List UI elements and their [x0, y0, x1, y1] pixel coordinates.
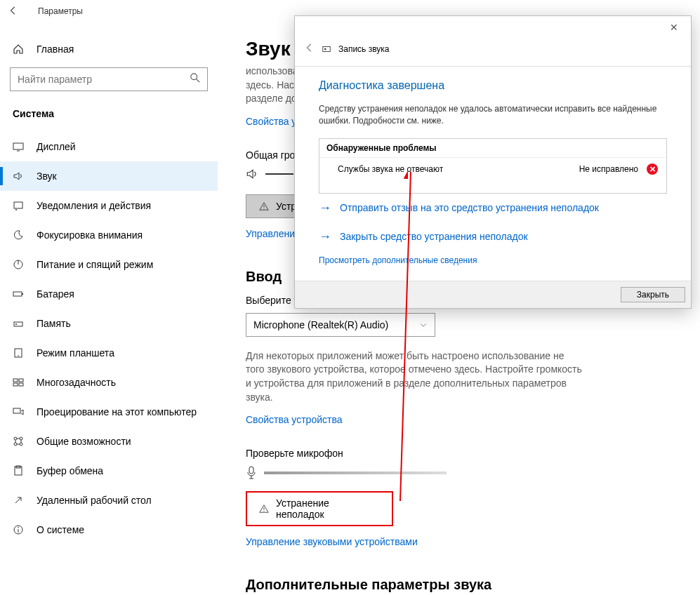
- back-icon[interactable]: [8, 6, 18, 18]
- sidebar-item-focus[interactable]: Фокусировка внимания: [0, 220, 218, 250]
- close-button[interactable]: Закрыть: [621, 287, 685, 302]
- multitask-icon: [13, 377, 24, 388]
- sidebar-item-tablet[interactable]: Режим планшета: [0, 338, 218, 368]
- sidebar-item-label: Батарея: [37, 288, 74, 300]
- svg-rect-30: [249, 467, 253, 474]
- sidebar-item-sound[interactable]: Звук: [0, 161, 218, 191]
- sidebar-item-label: Фокусировка внимания: [37, 229, 143, 241]
- sidebar-item-label: Общие возможности: [37, 436, 131, 447]
- battery-icon: [13, 288, 24, 300]
- sidebar-item-label: Удаленный рабочий стол: [37, 495, 152, 506]
- manage-devices-link[interactable]: Управлени: [246, 228, 295, 239]
- sidebar-item-power[interactable]: Питание и спящий режим: [0, 250, 218, 279]
- svg-rect-16: [13, 383, 18, 386]
- sidebar-item-label: Уведомления и действия: [37, 200, 151, 211]
- send-feedback-link[interactable]: → Отправить отзыв на это средство устран…: [319, 194, 667, 222]
- svg-point-13: [18, 355, 19, 356]
- svg-rect-17: [19, 383, 23, 386]
- dialog-titlebar: ✕: [295, 16, 691, 39]
- input-device-dropdown[interactable]: Microphone (Realtek(R) Audio): [246, 313, 435, 337]
- sidebar-home-label: Главная: [37, 44, 74, 55]
- clipboard-icon: [13, 465, 24, 476]
- device-properties-link-2[interactable]: Свойства устройства: [246, 414, 343, 425]
- diagnosis-heading: Диагностика завершена: [319, 79, 667, 92]
- svg-point-29: [263, 208, 264, 209]
- display-icon: [13, 141, 24, 152]
- svg-point-32: [263, 511, 264, 512]
- warning-icon: [259, 201, 269, 211]
- input-description: Для некоторых приложений может быть наст…: [246, 349, 583, 404]
- sidebar-item-label: Режим планшета: [37, 347, 114, 359]
- dialog-close-x[interactable]: ✕: [663, 19, 685, 36]
- svg-rect-15: [19, 379, 23, 382]
- close-ts-label: Закрыть средство устранения неполадок: [340, 231, 528, 242]
- error-icon: ✕: [647, 163, 658, 175]
- sidebar-item-label: Дисплей: [37, 141, 76, 152]
- sidebar-item-shared[interactable]: Общие возможности: [0, 427, 218, 456]
- sidebar: Главная Система Дисплей Звук Уведомления…: [0, 22, 218, 595]
- window-title: Параметры: [38, 6, 83, 16]
- sidebar-item-notifications[interactable]: Уведомления и действия: [0, 191, 218, 220]
- svg-rect-18: [13, 408, 20, 413]
- settings-window: Параметры Главная Система Дисплей Звук У…: [0, 0, 700, 595]
- sidebar-item-display[interactable]: Дисплей: [0, 132, 218, 161]
- problem-row[interactable]: Службы звука не отвечают Не исправлено ✕: [319, 158, 666, 193]
- chevron-down-icon: [419, 321, 428, 329]
- close-troubleshooter-link[interactable]: → Закрыть средство устранения неполадок: [319, 222, 667, 251]
- dialog-body: Диагностика завершена Средству устранени…: [295, 67, 691, 276]
- dialog-app-name: Запись звука: [338, 44, 390, 54]
- power-icon: [13, 259, 24, 270]
- sidebar-item-projecting[interactable]: Проецирование на этот компьютер: [0, 397, 218, 427]
- svg-rect-8: [13, 292, 22, 296]
- view-details-link[interactable]: Просмотреть дополнительные сведения: [319, 251, 667, 269]
- sidebar-home[interactable]: Главная: [0, 36, 218, 62]
- sidebar-item-label: Память: [37, 318, 71, 329]
- share-icon: [13, 436, 24, 447]
- project-icon: [13, 406, 24, 417]
- svg-rect-14: [13, 379, 18, 382]
- sidebar-item-about[interactable]: О системе: [0, 515, 218, 544]
- tablet-icon: [13, 347, 24, 359]
- mic-level: [246, 466, 686, 480]
- sidebar-item-multitasking[interactable]: Многозадачность: [0, 368, 218, 397]
- svg-rect-33: [323, 46, 331, 51]
- sidebar-item-battery[interactable]: Батарея: [0, 279, 218, 309]
- recorder-icon: [322, 44, 331, 54]
- sidebar-item-storage[interactable]: Память: [0, 309, 218, 338]
- sidebar-item-label: Многозадачность: [37, 377, 116, 388]
- advanced-heading: Дополнительные параметры звука: [246, 577, 686, 593]
- svg-rect-4: [14, 202, 22, 208]
- search-field[interactable]: [18, 74, 190, 85]
- dialog-header-row: Запись звука: [295, 39, 691, 67]
- dialog-back-icon[interactable]: [305, 43, 315, 55]
- svg-point-5: [15, 209, 17, 210]
- svg-rect-10: [14, 322, 22, 326]
- svg-line-1: [197, 79, 199, 82]
- speaker-icon: [246, 168, 258, 180]
- search-icon: [190, 73, 200, 86]
- arrow-right-icon: →: [319, 229, 331, 244]
- device-properties-link[interactable]: Свойства у: [246, 116, 296, 127]
- input-device-value: Microphone (Realtek(R) Audio): [253, 319, 388, 330]
- search-input[interactable]: [10, 67, 208, 91]
- sidebar-section-title: Система: [0, 104, 218, 132]
- sidebar-item-clipboard[interactable]: Буфер обмена: [0, 456, 218, 486]
- problems-box: Обнаруженные проблемы Службы звука не от…: [319, 138, 667, 194]
- svg-point-0: [191, 74, 197, 80]
- problem-text: Службы звука не отвечают: [328, 164, 443, 174]
- warning-icon: [259, 504, 269, 514]
- remote-icon: [13, 495, 24, 506]
- svg-point-22: [20, 443, 22, 446]
- dialog-footer: Закрыть: [295, 281, 691, 308]
- svg-point-11: [15, 323, 17, 325]
- troubleshoot-input-button[interactable]: Устранение неполадок: [246, 491, 393, 526]
- sidebar-item-label: Питание и спящий режим: [37, 259, 153, 270]
- svg-rect-2: [13, 143, 23, 149]
- svg-rect-9: [22, 293, 23, 295]
- problems-title: Обнаруженные проблемы: [319, 139, 666, 158]
- manage-devices-link-2[interactable]: Управление звуковыми устройствами: [246, 536, 418, 547]
- sidebar-item-remote[interactable]: Удаленный рабочий стол: [0, 486, 218, 515]
- diagnosis-text: Средству устранения неполадок не удалось…: [319, 103, 667, 127]
- details-label: Просмотреть дополнительные сведения: [319, 255, 477, 265]
- svg-point-21: [14, 443, 17, 446]
